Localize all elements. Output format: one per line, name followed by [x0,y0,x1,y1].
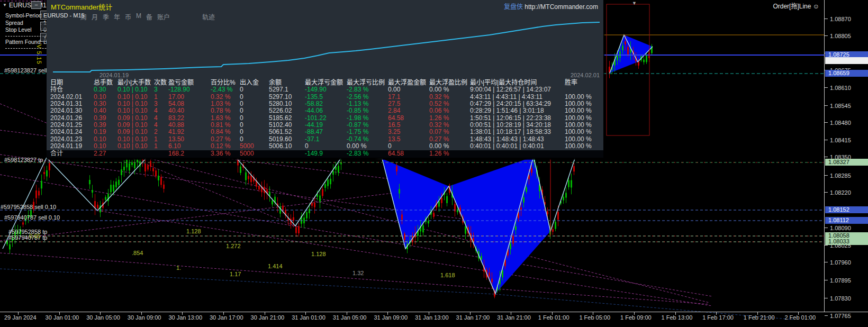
fib-label: 1.17 [230,271,241,277]
minimize-button[interactable]: – [31,1,41,9]
time-label: 1 Feb 01:00 [538,314,569,321]
fib-label: 1. [176,265,181,271]
time-label: 30 Jan 17:00 [210,314,243,321]
time-label: 31 Jan 09:00 [374,314,408,321]
table-cell: 2024.01.19 [50,143,82,150]
time-label: 1 Feb 17:00 [702,314,734,321]
table-cell: 1.26 % [429,150,449,157]
time-label: 2 Feb 01:00 [784,314,816,321]
table-cell: -149.9 [305,150,323,157]
price-badge: 1.08659 [825,70,868,77]
table-cell: -88.47 [305,129,323,135]
table-cell: 0 [240,129,243,135]
fib-label: .854 [132,250,143,256]
table-cell: 0.00 % [429,86,449,93]
table-cell: 6.10 [168,143,180,150]
price-tick: 1.07895 [825,275,851,285]
order-label: #597952858 sell 0.10 [1,204,56,210]
table-cell: 5000 [240,150,254,157]
table-cell: 0.00 % [347,143,366,150]
time-label: 30 Jan 13:00 [168,314,202,321]
fib-label: 0.65 [29,233,40,239]
time-label: 31 Jan 17:00 [456,314,490,321]
time-label: 1 Feb 05:00 [579,314,610,321]
price-tick: 1.08870 [825,14,851,23]
price-tick: 1.08545 [825,101,851,110]
table-cell: 100.00 % [565,143,592,150]
table-cell: -149.90 [305,86,327,93]
table-cell: 5297.1 [269,86,288,93]
price-badge [825,57,868,64]
price-tick: 1.08285 [825,170,851,180]
table-cell: 5226.02 [269,107,292,114]
price-badge: 1.08033 [825,238,868,245]
order-label: #598123827 tp [4,157,43,163]
equity-start-date: 2024.01.19 [100,72,129,78]
order-label: #597940787 sell 0.10 [4,214,60,221]
fib-label: 1.618 [440,272,455,278]
price-tick: 1.08090 [825,223,851,232]
table-cell: 0.40 [94,107,106,114]
table-cell: -1.75 % [347,129,368,135]
table-cell: 64.58 [388,150,404,157]
table-cell: 100.00 % [565,129,592,135]
table-cell: 0 [388,143,392,150]
table-cell: 2 [154,129,158,135]
table-cell: 0.00 % [429,143,449,150]
table-cell: -2.83 % [347,150,368,157]
price-tick: 1.08805 [825,31,851,40]
fib-label: 1.128 [186,228,201,234]
indicator-version: V 5.15 [36,44,42,65]
chart-symbol-title: EURUSD,M15 [9,2,50,9]
order-line-tool-label[interactable]: Order[拖]Line ☺ [745,1,819,10]
table-cell: 5000 [240,143,254,150]
price-axis[interactable]: 1.088701.088051.087401.086751.086101.085… [824,0,868,312]
equity-curve-chart [47,0,603,78]
stats-table: 日期总手数最小|大手数次数盈亏金额百分比%出入金余额最大浮亏金额最大浮亏比例最大… [47,78,603,158]
table-cell: 0 [305,143,309,150]
table-cell: 0:40:01 | 0:40:01 | 0:40:01 [470,143,544,150]
chart-collapse-icon[interactable]: ▼ [3,3,7,7]
table-cell: 2.84 [388,107,400,114]
time-label: 31 Jan 05:00 [333,314,367,321]
fib-label: 1.272 [226,243,241,249]
time-label: 30 Jan 01:00 [46,314,79,321]
price-badge: 1.08152 [825,206,868,213]
fib-label: 1.128 [311,251,326,257]
table-cell: 0.00 [388,86,400,93]
table-cell: 5006.10 [269,143,292,150]
table-cell: 0.10 [94,143,106,150]
price-tick: 1.07830 [825,293,851,303]
table-cell: 0.78 % [211,107,230,114]
table-cell: 2.27 [94,150,106,157]
time-label: 1 Feb 09:00 [620,314,652,321]
price-tick: 1.08480 [825,117,851,127]
table-cell: 0.30 [94,86,106,93]
table-cell: 3.25 [388,129,400,135]
table-cell: 3 [154,86,158,93]
table-cell: 4 [154,107,158,114]
table-cell: 2024.01.24 [50,129,82,135]
table-row: 2024.01.190.100.10 | 0.1016.100.12 %5000… [47,143,603,150]
price-tick: 1.08220 [825,187,851,197]
time-label: 1 Feb 21:00 [744,314,775,321]
table-cell: 0.07 % [429,129,449,135]
table-cell: 0 [240,86,243,93]
column-header: 胜率 [565,79,577,86]
time-label: 31 Jan 13:00 [415,314,449,321]
table-cell: 40.40 [168,107,184,114]
time-label: 30 Jan 09:00 [128,314,161,321]
time-label: 1 Feb 13:00 [662,314,693,321]
table-cell: 100.00 % [565,107,592,114]
table-cell: 1:38:01 | 10:18:17 | 18:58:33 [470,129,551,135]
table-cell: -0.85 % [347,107,368,114]
price-tick: 1.08610 [825,83,851,92]
table-cell: 3.36 % [211,150,230,157]
fib-label: 1.414 [268,263,283,269]
fib-label: 1.32 [352,270,364,276]
table-cell: -2.83 % [347,86,368,93]
table-cell: 0.09 | 0.10 [117,129,148,135]
time-label: 30 Jan 05:00 [86,314,120,321]
table-total-row: 合计2.27168.23.36 %5000-149.9-2.83 %64.581… [47,150,603,158]
time-label: 29 Jan 2024 [4,314,37,321]
